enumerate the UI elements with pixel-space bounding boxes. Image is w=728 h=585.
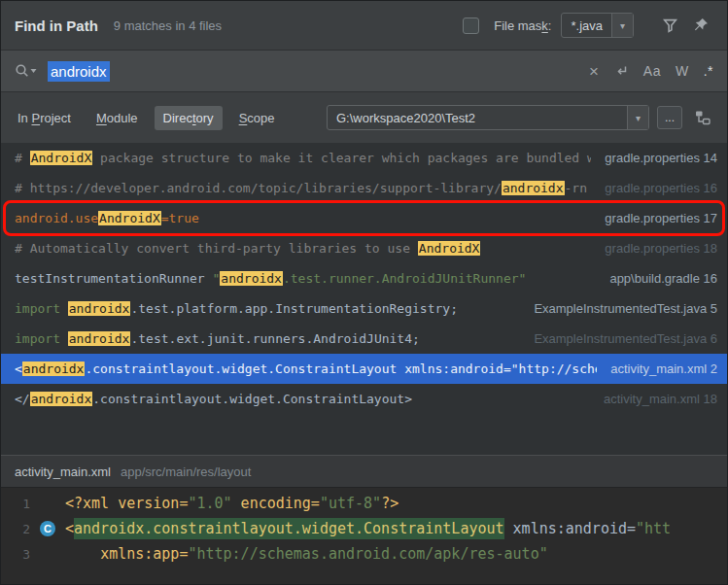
result-file-label: app\build.gradle 16 — [596, 271, 727, 286]
code-segment: "htt — [636, 520, 671, 537]
code-segment: .test.ext.junit.runners.AndroidJUnit4; — [130, 331, 419, 346]
result-file-label: activity_main.xml 2 — [597, 361, 727, 376]
result-file-label: activity_main.xml 18 — [590, 392, 727, 406]
scope-tab-scope[interactable]: Scope — [230, 106, 284, 130]
result-text: # AndroidX package structure to make it … — [15, 151, 591, 165]
code-segment: import — [15, 301, 68, 316]
match-case-toggle[interactable]: Aa — [643, 63, 661, 79]
result-row[interactable]: import androidx.test.ext.junit.runners.A… — [1, 324, 727, 354]
scope-tab-directory[interactable]: Directory — [155, 106, 223, 130]
code-segment: .constraintlayout.widget.ConstraintLayou… — [92, 392, 412, 406]
scope-row: In ProjectModuleDirectoryScope G:\worksp… — [1, 92, 727, 143]
code-segment: .test.runner.AndroidJUnitRunner" — [283, 271, 526, 286]
clear-icon[interactable]: × — [589, 63, 599, 80]
result-text: <androidx.constraintlayout.widget.Constr… — [15, 361, 597, 376]
newline-icon[interactable] — [613, 63, 629, 79]
tab-label-mnemonic: S — [239, 111, 248, 125]
tab-label-post: odule — [107, 111, 138, 125]
code-segment — [65, 545, 100, 563]
directory-controls: G:\workspace2020\Test2 ▾ ... — [327, 105, 715, 130]
preview-file-path: app/src/main/res/layout — [121, 465, 251, 479]
result-row[interactable]: # AndroidX package structure to make it … — [1, 143, 727, 173]
search-icon[interactable] — [15, 63, 38, 79]
result-row[interactable]: # Automatically convert third-party libr… — [1, 233, 727, 263]
result-file-label: gradle.properties 18 — [591, 241, 727, 256]
result-text: # https://developer.android.com/topic/li… — [15, 181, 591, 195]
code-segment: ?> — [381, 495, 399, 512]
file-mask-value: *.java — [562, 14, 611, 37]
result-text: import androidx.test.platform.app.Instru… — [15, 301, 520, 316]
result-row[interactable]: testInstrumentationRunner "androidx.test… — [1, 263, 727, 293]
code-segment: # — [15, 151, 30, 165]
code-segment: .constraintlayout.widget.ConstraintLayou… — [85, 361, 597, 376]
match-highlight: androidx — [22, 361, 86, 376]
dialog-title: Find in Path — [15, 17, 98, 34]
match-highlight: androidx — [502, 181, 565, 195]
folder-tree-button[interactable] — [690, 105, 715, 130]
match-highlight: AndroidX — [418, 241, 481, 256]
scope-tabs: In ProjectModuleDirectoryScope — [9, 106, 284, 130]
result-row[interactable]: </androidx.constraintlayout.widget.Const… — [1, 384, 727, 414]
result-row[interactable]: # https://developer.android.com/topic/li… — [1, 173, 727, 203]
code-segment: androidx.constraintlayout.widget.Constra… — [74, 518, 504, 539]
code-segment: "utf-8" — [320, 495, 381, 512]
gutter: C — [30, 521, 65, 536]
folder-tree-icon — [694, 109, 711, 126]
file-mask-combo[interactable]: *.java ▾ — [561, 13, 634, 38]
tab-label-post: cope — [247, 111, 274, 125]
code-segment: =true — [161, 211, 199, 225]
title-row: Find in Path 9 matches in 4 files File m… — [1, 1, 727, 50]
editor-line[interactable]: 2C<androidx.constraintlayout.widget.Cons… — [1, 516, 727, 541]
result-row[interactable]: android.useAndroidX=truegradle.propertie… — [1, 203, 727, 233]
code-segment: android.use — [15, 211, 98, 225]
code-segment: <?xml version= — [65, 495, 188, 512]
result-text: </androidx.constraintlayout.widget.Const… — [15, 392, 590, 406]
tab-label-pre: Direc — [163, 111, 192, 125]
result-file-label: ExampleInstrumentedTest.java 5 — [520, 301, 727, 316]
editor-line[interactable]: 3 xmlns:app="http://schemas.android.com/… — [1, 541, 727, 567]
result-row[interactable]: <androidx.constraintlayout.widget.Constr… — [1, 354, 727, 384]
code-segment: </ — [15, 392, 30, 406]
result-row[interactable]: import androidx.test.platform.app.Instru… — [1, 293, 727, 324]
tab-label-pre: In — [17, 111, 31, 125]
match-summary: 9 matches in 4 files — [114, 18, 222, 33]
search-input[interactable]: androidx — [48, 61, 110, 82]
match-highlight: androidx — [220, 271, 283, 286]
preview-file-name: activity_main.xml — [15, 465, 111, 479]
scope-tab-module[interactable]: Module — [87, 106, 147, 130]
code-segment: encoding= — [232, 495, 320, 512]
words-toggle[interactable]: W — [676, 63, 689, 79]
editor-preview[interactable]: 1<?xml version="1.0" encoding="utf-8"?>2… — [1, 488, 727, 584]
pin-button[interactable] — [688, 13, 713, 38]
filter-button[interactable] — [657, 13, 682, 38]
class-gutter-icon[interactable]: C — [40, 521, 55, 536]
code-segment: testInstrumentationRunner — [15, 271, 213, 286]
match-highlight: androidx — [68, 301, 131, 316]
result-text: # Automatically convert third-party libr… — [15, 241, 591, 256]
directory-path-value: G:\workspace2020\Test2 — [328, 106, 627, 129]
code-segment: < — [15, 361, 22, 376]
line-number: 1 — [1, 497, 30, 511]
code-segment: package structure to make it clearer whi… — [92, 151, 591, 165]
code-segment: import — [15, 331, 68, 346]
directory-path-combo[interactable]: G:\workspace2020\Test2 ▾ — [327, 105, 649, 130]
file-mask-checkbox[interactable] — [463, 17, 479, 34]
editor-line[interactable]: 1<?xml version="1.0" encoding="utf-8"?> — [1, 491, 727, 516]
result-file-label: gradle.properties 14 — [591, 151, 727, 165]
scope-tab-in-project[interactable]: In Project — [9, 106, 80, 130]
result-file-label: ExampleInstrumentedTest.java 6 — [520, 331, 727, 346]
code-segment: < — [65, 520, 74, 537]
pin-icon — [692, 17, 710, 34]
file-mask-label: File mask: — [494, 18, 551, 33]
code-line: <?xml version="1.0" encoding="utf-8"?> — [65, 495, 399, 512]
regex-toggle[interactable]: .* — [704, 63, 713, 79]
code-segment: # Automatically convert third-party libr… — [15, 241, 418, 256]
code-line: <androidx.constraintlayout.widget.Constr… — [65, 520, 671, 537]
tab-label-post: ory — [196, 111, 214, 125]
line-number: 2 — [1, 522, 30, 536]
code-segment: xmlns:app= — [100, 545, 188, 563]
browse-button[interactable]: ... — [657, 106, 682, 129]
match-highlight: androidx — [30, 392, 93, 406]
match-highlight: AndroidX — [98, 211, 161, 225]
match-highlight: AndroidX — [30, 151, 93, 165]
